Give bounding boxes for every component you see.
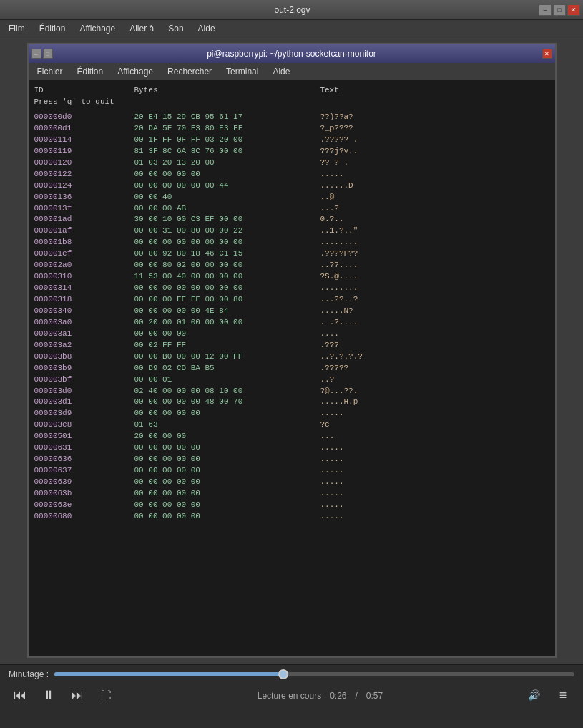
progress-fill bbox=[54, 672, 283, 676]
row-text: ?S.@.... bbox=[320, 271, 428, 283]
inner-menu-aide[interactable]: Aide bbox=[267, 65, 295, 78]
quit-message: Press 'q' to quit bbox=[34, 97, 549, 106]
menu-button[interactable]: ≡ bbox=[552, 684, 574, 707]
inner-menu-fichier[interactable]: Fichier bbox=[31, 65, 69, 78]
row-text: ...? bbox=[320, 203, 428, 215]
col-header-text: Text bbox=[320, 86, 428, 94]
row-id: 0000013f bbox=[34, 203, 134, 215]
menu-son[interactable]: Son bbox=[162, 22, 189, 35]
row-text: ........ bbox=[320, 283, 428, 294]
next-button[interactable]: ⏭ bbox=[66, 684, 89, 707]
table-row: 00000120 01 03 20 13 20 00 ?? ? . bbox=[34, 157, 549, 169]
row-bytes: 00 00 00 00 bbox=[134, 329, 320, 340]
row-text: ..... bbox=[320, 511, 428, 523]
row-text: ?@...??. bbox=[320, 386, 428, 397]
row-bytes: 00 00 40 bbox=[134, 192, 320, 203]
inner-minimize-button[interactable]: – bbox=[31, 49, 41, 59]
row-text: ..?.?.?.? bbox=[320, 351, 428, 363]
row-id: 000003a0 bbox=[34, 317, 134, 329]
controls-row: ⏮ ⏸ ⏭ ⛶ Lecture en cours 0:26 / 0:57 🔊 ≡ bbox=[9, 684, 574, 707]
row-text: .....N? bbox=[320, 306, 428, 317]
row-bytes: 00 00 00 00 00 bbox=[134, 477, 320, 488]
table-row: 000003bf 00 00 01 ..? bbox=[34, 374, 549, 386]
inner-menubar: Fichier Édition Affichage Rechercher Ter… bbox=[29, 63, 555, 80]
row-bytes: 00 00 00 00 00 bbox=[134, 442, 320, 454]
row-bytes: 00 00 80 02 00 00 00 00 bbox=[134, 260, 320, 271]
row-id: 0000063e bbox=[34, 500, 134, 511]
row-bytes: 00 00 B0 00 00 12 00 FF bbox=[134, 351, 320, 363]
row-bytes: 00 20 00 01 00 00 00 00 bbox=[134, 317, 320, 329]
row-bytes: 00 00 00 00 00 bbox=[134, 465, 320, 477]
row-text: .??? bbox=[320, 340, 428, 351]
progress-knob[interactable] bbox=[278, 669, 288, 679]
table-row: 00000636 00 00 00 00 00 ..... bbox=[34, 454, 549, 465]
fullscreen-button[interactable]: ⛶ bbox=[94, 684, 117, 707]
maximize-button[interactable]: □ bbox=[553, 4, 566, 16]
row-bytes: 20 00 00 00 bbox=[134, 431, 320, 442]
row-bytes: 11 53 00 40 00 00 00 00 bbox=[134, 271, 320, 283]
player-bar: Minutage : ⏮ ⏸ ⏭ ⛶ Lecture en cours 0:26… bbox=[0, 664, 583, 728]
row-text: ...??..? bbox=[320, 294, 428, 306]
inner-maximize-button[interactable]: □ bbox=[43, 49, 53, 59]
inner-menu-terminal[interactable]: Terminal bbox=[220, 65, 264, 78]
row-text: ???j?v.. bbox=[320, 146, 428, 157]
table-row: 00000318 00 00 00 FF FF 00 00 80 ...??..… bbox=[34, 294, 549, 306]
prev-button[interactable]: ⏮ bbox=[9, 684, 31, 707]
row-bytes: 02 40 00 00 00 08 10 00 bbox=[134, 386, 320, 397]
play-pause-button[interactable]: ⏸ bbox=[37, 684, 60, 707]
close-button[interactable]: ✕ bbox=[567, 4, 580, 16]
row-id: 00000114 bbox=[34, 135, 134, 146]
row-id: 000003b9 bbox=[34, 363, 134, 374]
row-bytes: 00 00 31 00 80 00 00 22 bbox=[134, 225, 320, 237]
row-bytes: 00 00 00 00 00 00 00 00 bbox=[134, 237, 320, 248]
row-id: 000001ad bbox=[34, 214, 134, 225]
row-id: 000000d1 bbox=[34, 123, 134, 135]
row-text: ..... bbox=[320, 454, 428, 465]
row-id: 000003bf bbox=[34, 374, 134, 386]
row-id: 000002a0 bbox=[34, 260, 134, 271]
inner-close-button[interactable]: ✕ bbox=[542, 49, 552, 59]
time-total: 0:57 bbox=[366, 691, 383, 701]
row-bytes: 00 00 00 00 00 48 00 70 bbox=[134, 397, 320, 408]
volume-button[interactable]: 🔊 bbox=[523, 684, 546, 707]
row-text: ?? ? . bbox=[320, 157, 428, 169]
progress-row: Minutage : bbox=[9, 669, 574, 679]
table-row: 00000340 00 00 00 00 00 4E 84 .....N? bbox=[34, 306, 549, 317]
row-bytes: 30 00 10 00 C3 EF 00 00 bbox=[134, 214, 320, 225]
inner-window-title: pi@raspberrypi: ~/python-socketcan-monit… bbox=[67, 49, 516, 59]
menu-aller-a[interactable]: Aller à bbox=[124, 22, 160, 35]
menu-film[interactable]: Film bbox=[3, 22, 31, 35]
inner-menu-affichage[interactable]: Affichage bbox=[112, 65, 159, 78]
table-row: 000003a2 00 02 FF FF .??? bbox=[34, 340, 549, 351]
progress-track[interactable] bbox=[54, 672, 574, 676]
table-row: 00000639 00 00 00 00 00 ..... bbox=[34, 477, 549, 488]
terminal-body: ID Bytes Text Press 'q' to quit 000000d0… bbox=[29, 80, 555, 656]
menu-edition[interactable]: Édition bbox=[34, 22, 72, 35]
table-row: 00000637 00 00 00 00 00 ..... bbox=[34, 465, 549, 477]
row-bytes: 00 00 00 00 00 00 44 bbox=[134, 180, 320, 192]
inner-menu-rechercher[interactable]: Rechercher bbox=[162, 65, 217, 78]
minimize-button[interactable]: – bbox=[539, 4, 552, 16]
row-id: 00000631 bbox=[34, 442, 134, 454]
row-id: 00000340 bbox=[34, 306, 134, 317]
right-controls: 🔊 ≡ bbox=[523, 684, 574, 707]
menu-aide[interactable]: Aide bbox=[192, 22, 221, 35]
col-header-bytes: Bytes bbox=[134, 86, 320, 94]
row-id: 00000124 bbox=[34, 180, 134, 192]
row-id: 00000120 bbox=[34, 157, 134, 169]
table-row: 000001b8 00 00 00 00 00 00 00 00 .......… bbox=[34, 237, 549, 248]
row-id: 000003e8 bbox=[34, 419, 134, 431]
row-id: 000000d0 bbox=[34, 112, 134, 123]
row-id: 00000122 bbox=[34, 169, 134, 180]
row-text: ..? bbox=[320, 374, 428, 386]
table-row: 000003d9 00 00 00 00 00 ..... bbox=[34, 408, 549, 419]
row-id: 000001b8 bbox=[34, 237, 134, 248]
row-text: ... bbox=[320, 431, 428, 442]
table-row: 000003d0 02 40 00 00 00 08 10 00 ?@...??… bbox=[34, 386, 549, 397]
menu-affichage[interactable]: Affichage bbox=[74, 22, 121, 35]
progress-label: Minutage : bbox=[9, 669, 49, 679]
inner-menu-edition[interactable]: Édition bbox=[72, 65, 109, 78]
status-row: Lecture en cours 0:26 / 0:57 bbox=[258, 691, 383, 701]
row-text: ..... bbox=[320, 488, 428, 500]
row-text: ..... bbox=[320, 477, 428, 488]
